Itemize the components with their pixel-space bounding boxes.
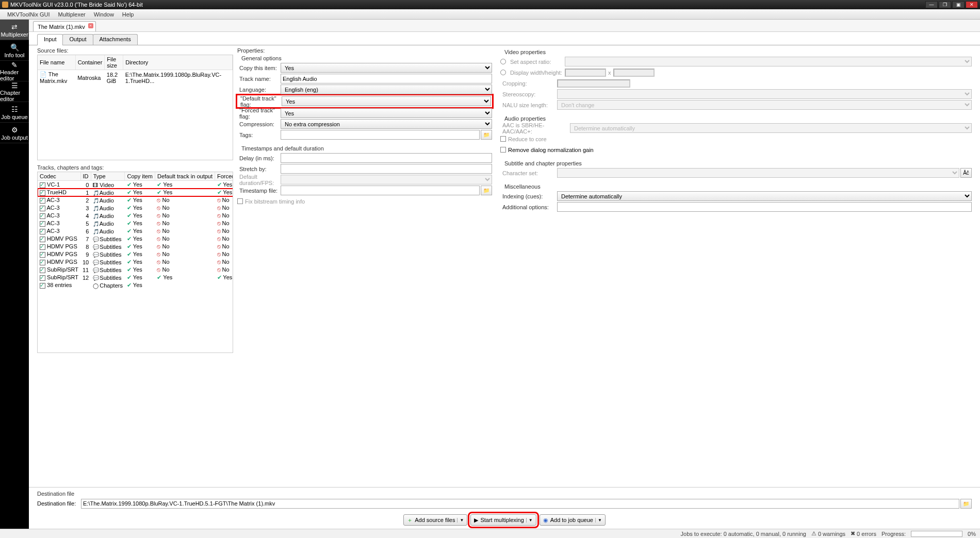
display-radio[interactable]: [500, 70, 506, 75]
plus-icon: ＋: [407, 516, 413, 524]
tab-attachments[interactable]: Attachments: [93, 34, 138, 45]
stereo-select: [557, 89, 972, 99]
track-row[interactable]: HDMV PGS7💬 Subtitles✔ Yes⦸ No⦸ No: [38, 235, 233, 243]
tool-info[interactable]: 🔍Info tool: [0, 40, 29, 61]
timestamp-file-input[interactable]: [281, 186, 480, 195]
charset-select: [557, 168, 959, 178]
aspect-select: [565, 57, 972, 66]
track-row[interactable]: AC-35🎵 Audio✔ Yes⦸ No⦸ No: [38, 220, 233, 227]
track-checkbox[interactable]: [40, 221, 45, 227]
window-title: MKVToolNix GUI v23.0.0 ('The Bride Said …: [10, 2, 924, 8]
close-tab-icon[interactable]: ×: [88, 23, 93, 28]
track-row[interactable]: HDMV PGS9💬 Subtitles✔ Yes⦸ No⦸ No: [38, 250, 233, 258]
start-multiplexing-button[interactable]: ▶Start multiplexing▼: [470, 514, 536, 526]
dropdown-icon[interactable]: ▼: [457, 518, 464, 523]
destination-title: Destination file: [37, 491, 972, 497]
track-row[interactable]: AC-36🎵 Audio✔ Yes⦸ No⦸ No: [38, 227, 233, 235]
track-row[interactable]: TrueHD1🎵 Audio✔ Yes✔ Yes✔ Yes: [38, 189, 233, 196]
fix-bitstream-checkbox[interactable]: [237, 198, 243, 204]
maximize-button[interactable]: ❐: [939, 1, 951, 8]
titlebar: MKVToolNix GUI v23.0.0 ('The Bride Said …: [0, 0, 980, 9]
sub-tabs: Input Output Attachments: [29, 34, 980, 45]
track-row[interactable]: SubRip/SRT12💬 Subtitles✔ Yes✔ Yes✔ Yes: [38, 274, 233, 281]
cropping-input: [557, 79, 630, 88]
tool-header-editor[interactable]: ✎Header editor: [0, 61, 29, 81]
destination-input[interactable]: [81, 499, 959, 509]
menu-app[interactable]: MKVToolNix GUI: [3, 10, 54, 19]
charset-button[interactable]: Ăĉ: [960, 168, 972, 178]
chapter-editor-icon: ☰: [9, 81, 20, 90]
menu-help[interactable]: Help: [118, 10, 138, 19]
job-queue-icon: ☷: [9, 105, 20, 114]
restore-button[interactable]: ▣: [952, 1, 965, 8]
tool-job-output[interactable]: ⚙Job output: [0, 123, 29, 143]
tracks-table[interactable]: Codec ID Type Copy item Default track in…: [37, 172, 233, 353]
track-row[interactable]: AC-32🎵 Audio✔ Yes⦸ No⦸ No: [38, 196, 233, 204]
source-file-row[interactable]: 📄 The Matrix.mkvMatroska18.2 GiBE:\The.M…: [38, 70, 233, 86]
track-row[interactable]: HDMV PGS10💬 Subtitles✔ Yes⦸ No⦸ No: [38, 258, 233, 266]
tab-input[interactable]: Input: [37, 34, 63, 45]
track-checkbox[interactable]: [40, 206, 45, 211]
aspect-radio[interactable]: [500, 59, 506, 64]
destination-browse-button[interactable]: 📁: [960, 499, 972, 509]
indexing-select[interactable]: Determine automatically: [557, 191, 972, 201]
menubar: MKVToolNix GUI Multiplexer Window Help: [0, 9, 980, 20]
warning-icon: ⚠: [811, 530, 816, 537]
tool-job-queue[interactable]: ☷Job queue: [0, 102, 29, 123]
status-jobs: Jobs to execute: 0 automatic, 0 manual, …: [681, 531, 806, 537]
track-checkbox[interactable]: [40, 237, 45, 242]
additional-options-input[interactable]: [557, 202, 972, 212]
menu-multiplexer[interactable]: Multiplexer: [54, 10, 90, 19]
file-tab[interactable]: The Matrix (1).mkv ×: [33, 21, 96, 31]
add-source-files-button[interactable]: ＋Add source files▼: [403, 514, 467, 526]
track-row[interactable]: AC-33🎵 Audio✔ Yes⦸ No⦸ No: [38, 204, 233, 212]
tab-output[interactable]: Output: [62, 34, 93, 45]
forced-track-select[interactable]: Yes: [281, 108, 492, 118]
statusbar: Jobs to execute: 0 automatic, 0 manual, …: [0, 529, 980, 538]
main-area: The Matrix (1).mkv × Input Output Attach…: [29, 20, 980, 529]
tags-input[interactable]: [281, 130, 480, 140]
dropdown-icon[interactable]: ▼: [595, 518, 602, 523]
close-button[interactable]: ✕: [966, 1, 978, 8]
remove-dialog-checkbox[interactable]: [500, 147, 506, 153]
track-checkbox[interactable]: [40, 198, 45, 204]
default-track-select[interactable]: Yes: [282, 96, 491, 106]
header-editor-icon: ✎: [9, 61, 20, 69]
stretch-input[interactable]: [281, 164, 492, 174]
track-row[interactable]: AC-34🎵 Audio✔ Yes⦸ No⦸ No: [38, 212, 233, 220]
dropdown-icon[interactable]: ▼: [526, 518, 533, 523]
track-checkbox[interactable]: [40, 283, 45, 289]
track-checkbox[interactable]: [40, 275, 45, 281]
status-progress-label: Progress:: [881, 531, 906, 537]
minimize-button[interactable]: —: [925, 1, 938, 8]
copy-item-select[interactable]: Yes: [281, 63, 492, 73]
reduce-core-checkbox[interactable]: [500, 136, 506, 142]
compression-select[interactable]: No extra compression: [281, 119, 492, 129]
play-icon: ▶: [474, 517, 478, 524]
track-checkbox[interactable]: [40, 260, 45, 265]
track-checkbox[interactable]: [40, 213, 45, 219]
menu-window[interactable]: Window: [90, 10, 118, 19]
language-select[interactable]: English (eng): [281, 85, 492, 94]
nalu-select: Don't change: [557, 100, 972, 110]
disp-w-input: [565, 69, 606, 77]
track-name-input[interactable]: [281, 74, 492, 83]
track-checkbox[interactable]: [40, 229, 45, 234]
track-checkbox[interactable]: [40, 252, 45, 258]
timestamp-browse-button[interactable]: 📁: [481, 186, 492, 195]
tool-chapter-editor[interactable]: ☰Chapter editor: [0, 81, 29, 102]
tool-multiplexer[interactable]: ⇄Multiplexer: [0, 20, 29, 40]
bottom-buttons: ＋Add source files▼ ▶Start multiplexing▼ …: [29, 511, 980, 529]
track-row[interactable]: VC-10🎞 Video✔ Yes✔ Yes✔ Yes: [38, 181, 233, 189]
track-checkbox[interactable]: [40, 244, 45, 250]
tags-browse-button[interactable]: 📁: [481, 130, 492, 140]
delay-input[interactable]: [281, 153, 492, 163]
track-checkbox[interactable]: [40, 190, 45, 196]
track-checkbox[interactable]: [40, 182, 45, 188]
track-checkbox[interactable]: [40, 267, 45, 273]
add-to-job-queue-button[interactable]: ◉Add to job queue▼: [540, 514, 606, 526]
track-row[interactable]: SubRip/SRT11💬 Subtitles✔ Yes⦸ No⦸ No: [38, 266, 233, 274]
track-row[interactable]: HDMV PGS8💬 Subtitles✔ Yes⦸ No⦸ No: [38, 243, 233, 250]
track-row[interactable]: 38 entries◯ Chapters✔ Yes: [38, 281, 233, 289]
source-files-table[interactable]: File name Container File size Directory …: [37, 55, 233, 160]
